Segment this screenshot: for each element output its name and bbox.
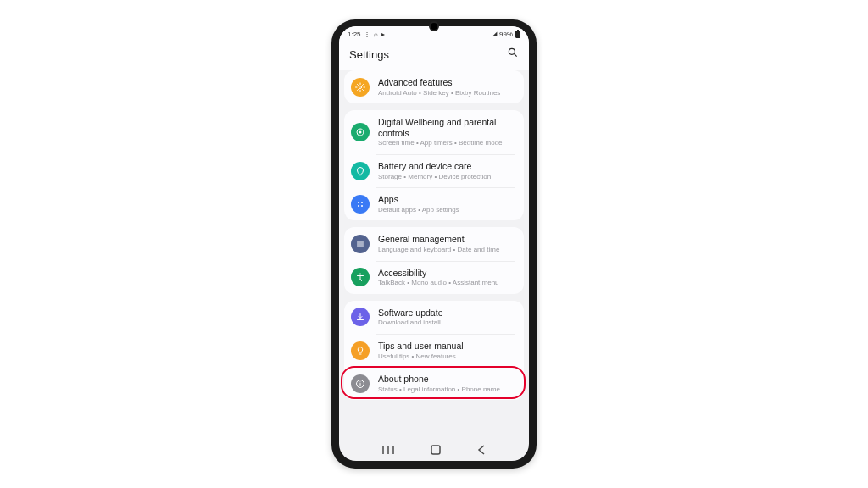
row-subtitle: Useful tips • New features: [378, 352, 515, 361]
general-icon: [351, 235, 370, 253]
row-subtitle: Download and install: [378, 319, 515, 327]
status-icons-left: ⋮ ⌕ ▸: [364, 30, 386, 38]
nav-back-button[interactable]: [477, 445, 486, 458]
settings-row-battery-and-device-care[interactable]: Battery and device careStorage • Memory …: [344, 154, 524, 187]
svg-point-7: [358, 205, 359, 207]
wellbeing-icon: [351, 123, 370, 141]
nav-recent-button[interactable]: [382, 445, 394, 457]
svg-point-4: [359, 131, 362, 134]
row-title: Software update: [378, 308, 515, 319]
row-title: Tips and user manual: [378, 341, 515, 352]
accessibility-icon: [351, 268, 370, 286]
update-icon: [351, 308, 370, 326]
row-subtitle: Storage • Memory • Device protection: [378, 173, 515, 181]
info-icon: [351, 374, 370, 393]
svg-point-6: [361, 202, 363, 203]
svg-point-16: [360, 381, 361, 382]
row-text: General managementLanguage and keyboard …: [378, 234, 515, 253]
settings-row-tips-and-user-manual[interactable]: Tips and user manualUseful tips • New fe…: [344, 334, 524, 367]
row-text: Battery and device careStorage • Memory …: [378, 161, 515, 180]
svg-point-0: [509, 48, 515, 54]
phone-frame: 1:25 ⋮ ⌕ ▸ ◢ 99% Settings Advanced featu…: [331, 19, 537, 469]
battery-text: 99%: [499, 30, 513, 38]
camera-notch: [429, 21, 439, 31]
row-title: Advanced features: [378, 77, 515, 88]
system-nav-bar: [339, 441, 529, 461]
row-title: Apps: [378, 194, 515, 205]
signal-icon: ◢: [492, 30, 497, 37]
row-text: Tips and user manualUseful tips • New fe…: [378, 341, 515, 360]
settings-list[interactable]: Advanced featuresAndroid Auto • Side key…: [339, 70, 529, 441]
tips-icon: [351, 341, 370, 360]
row-title: Battery and device care: [378, 161, 515, 172]
settings-row-apps[interactable]: AppsDefault apps • App settings: [344, 187, 524, 220]
row-text: Advanced featuresAndroid Auto • Side key…: [378, 77, 515, 97]
row-text: Software updateDownload and install: [378, 308, 515, 327]
row-text: AccessibilityTalkBack • Mono audio • Ass…: [378, 268, 515, 287]
row-subtitle: Android Auto • Side key • Bixby Routines: [378, 89, 515, 97]
row-title: Accessibility: [378, 268, 515, 279]
svg-point-8: [361, 205, 363, 207]
row-title: General management: [378, 234, 515, 245]
row-text: AppsDefault apps • App settings: [378, 194, 515, 214]
row-subtitle: Language and keyboard • Date and time: [378, 246, 515, 254]
battery-icon: [515, 30, 520, 38]
search-button[interactable]: [507, 47, 519, 62]
row-text: About phoneStatus • Legal information • …: [378, 374, 515, 393]
row-title: About phone: [378, 374, 515, 385]
search-icon: [507, 47, 519, 58]
svg-point-12: [359, 274, 361, 275]
recent-icon: [382, 446, 394, 454]
settings-row-software-update[interactable]: Software updateDownload and install: [344, 301, 524, 334]
svg-point-5: [358, 202, 359, 203]
gear-icon: [351, 78, 370, 97]
settings-group: Digital Wellbeing and parental controlsS…: [344, 110, 524, 220]
status-right: ◢ 99%: [492, 30, 520, 38]
svg-rect-20: [431, 446, 440, 454]
phone-screen: 1:25 ⋮ ⌕ ▸ ◢ 99% Settings Advanced featu…: [339, 26, 529, 461]
svg-line-1: [515, 54, 517, 57]
row-subtitle: Default apps • App settings: [378, 206, 515, 214]
settings-row-about-phone[interactable]: About phoneStatus • Legal information • …: [344, 367, 524, 400]
home-icon: [431, 445, 441, 455]
apps-icon: [351, 195, 370, 214]
row-subtitle: TalkBack • Mono audio • Assistant menu: [378, 279, 515, 287]
status-time: 1:25: [348, 30, 361, 38]
row-subtitle: Status • Legal information • Phone name: [378, 385, 515, 394]
settings-group: Software updateDownload and installTips …: [344, 301, 524, 401]
status-left: 1:25 ⋮ ⌕ ▸: [348, 30, 386, 38]
settings-row-advanced-features[interactable]: Advanced featuresAndroid Auto • Side key…: [344, 70, 524, 103]
row-title: Digital Wellbeing and parental controls: [378, 117, 515, 138]
row-subtitle: Screen time • App timers • Bedtime mode: [378, 139, 515, 147]
settings-row-accessibility[interactable]: AccessibilityTalkBack • Mono audio • Ass…: [344, 261, 524, 294]
svg-point-2: [359, 86, 362, 88]
nav-home-button[interactable]: [431, 445, 441, 458]
care-icon: [351, 162, 370, 180]
page-title: Settings: [349, 48, 389, 61]
app-header: Settings: [339, 42, 529, 70]
settings-group: Advanced featuresAndroid Auto • Side key…: [344, 70, 524, 103]
settings-row-general-management[interactable]: General managementLanguage and keyboard …: [344, 227, 524, 260]
back-icon: [477, 445, 486, 455]
settings-row-digital-wellbeing-and-parental-controls[interactable]: Digital Wellbeing and parental controlsS…: [344, 110, 524, 154]
settings-group: General managementLanguage and keyboard …: [344, 227, 524, 293]
row-text: Digital Wellbeing and parental controlsS…: [378, 117, 515, 147]
